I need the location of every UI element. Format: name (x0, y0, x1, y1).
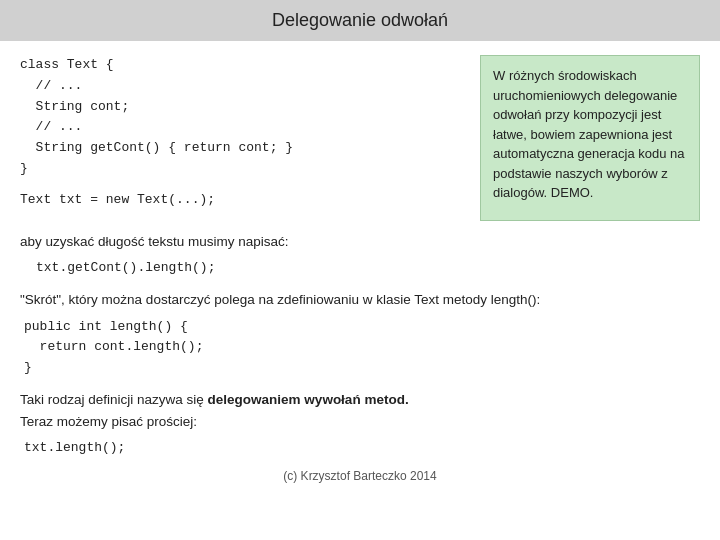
footer: (c) Krzysztof Barteczko 2014 (20, 469, 700, 483)
code-block-5: txt.length(); (20, 438, 700, 459)
info-box: W różnych środowiskach uruchomieniowych … (480, 55, 700, 221)
prose-3-bold: delegowaniem wywołań metod. (208, 392, 409, 407)
header-title-text: Delegowanie odwołań (272, 10, 448, 30)
left-section: class Text { // ... String cont; // ... … (20, 55, 462, 221)
code-block-1: class Text { // ... String cont; // ... … (20, 55, 462, 180)
prose-2: "Skrót", który można dostarczyć polega n… (20, 289, 700, 311)
bottom-section: aby uzyskać długość tekstu musimy napisa… (0, 231, 720, 493)
footer-text: (c) Krzysztof Barteczko 2014 (283, 469, 436, 483)
info-box-text: W różnych środowiskach uruchomieniowych … (493, 68, 685, 200)
prose-3-part2: Teraz możemy pisać prościej: (20, 414, 197, 429)
prose-3: Taki rodzaj definicji nazywa się delegow… (20, 389, 700, 432)
code-block-3: txt.getCont().length(); (20, 258, 700, 279)
code-block-4: public int length() { return cont.length… (20, 317, 700, 379)
page-title: Delegowanie odwołań (0, 0, 720, 41)
prose-3-part1: Taki rodzaj definicji nazywa się (20, 392, 208, 407)
code-block-2: Text txt = new Text(...); (20, 190, 462, 211)
prose-1: aby uzyskać długość tekstu musimy napisa… (20, 231, 700, 253)
